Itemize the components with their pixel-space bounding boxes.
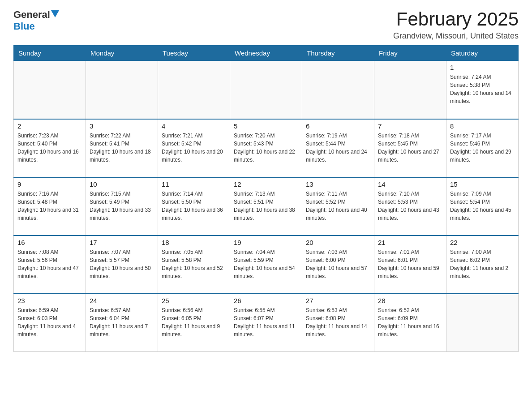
calendar-day-cell: 21Sunrise: 7:01 AMSunset: 6:01 PMDayligh… <box>374 235 446 294</box>
calendar-day-cell: 18Sunrise: 7:05 AMSunset: 5:58 PMDayligh… <box>158 235 230 294</box>
day-info: Sunrise: 7:13 AMSunset: 5:51 PMDaylight:… <box>234 190 298 222</box>
calendar-day-cell <box>302 61 374 119</box>
day-number: 25 <box>162 297 226 304</box>
day-info: Sunrise: 6:56 AMSunset: 6:05 PMDaylight:… <box>162 306 226 338</box>
day-info: Sunrise: 7:04 AMSunset: 5:59 PMDaylight:… <box>234 248 298 280</box>
day-number: 27 <box>306 297 370 304</box>
calendar-week-row: 2Sunrise: 7:23 AMSunset: 5:40 PMDaylight… <box>14 119 519 177</box>
day-number: 3 <box>90 122 154 130</box>
title-section: February 2025 Grandview, Missouri, Unite… <box>393 9 519 41</box>
calendar-day-cell: 2Sunrise: 7:23 AMSunset: 5:40 PMDaylight… <box>14 119 86 177</box>
day-number: 9 <box>17 180 82 188</box>
day-info: Sunrise: 7:15 AMSunset: 5:49 PMDaylight:… <box>90 190 154 222</box>
calendar-day-cell <box>86 61 158 119</box>
day-info: Sunrise: 6:59 AMSunset: 6:03 PMDaylight:… <box>17 306 82 338</box>
day-header-saturday: Saturday <box>446 46 519 61</box>
day-info: Sunrise: 7:10 AMSunset: 5:53 PMDaylight:… <box>378 190 442 222</box>
day-info: Sunrise: 7:19 AMSunset: 5:44 PMDaylight:… <box>306 132 370 164</box>
day-info: Sunrise: 7:23 AMSunset: 5:40 PMDaylight:… <box>17 132 82 164</box>
day-number: 7 <box>378 122 442 130</box>
calendar-week-row: 23Sunrise: 6:59 AMSunset: 6:03 PMDayligh… <box>14 294 519 352</box>
month-title: February 2025 <box>393 9 519 30</box>
calendar-day-cell <box>230 61 302 119</box>
calendar-day-cell: 25Sunrise: 6:56 AMSunset: 6:05 PMDayligh… <box>158 294 230 352</box>
day-header-wednesday: Wednesday <box>230 46 302 61</box>
day-info: Sunrise: 7:17 AMSunset: 5:46 PMDaylight:… <box>450 132 515 164</box>
day-header-monday: Monday <box>86 46 158 61</box>
day-number: 1 <box>450 64 515 71</box>
calendar-week-row: 1Sunrise: 7:24 AMSunset: 5:38 PMDaylight… <box>14 61 519 119</box>
day-info: Sunrise: 7:09 AMSunset: 5:54 PMDaylight:… <box>450 190 515 222</box>
day-info: Sunrise: 7:00 AMSunset: 6:02 PMDaylight:… <box>450 248 515 280</box>
calendar-day-cell: 24Sunrise: 6:57 AMSunset: 6:04 PMDayligh… <box>86 294 158 352</box>
calendar-day-cell: 8Sunrise: 7:17 AMSunset: 5:46 PMDaylight… <box>446 119 519 177</box>
calendar-day-cell: 5Sunrise: 7:20 AMSunset: 5:43 PMDaylight… <box>230 119 302 177</box>
svg-marker-0 <box>51 10 59 17</box>
day-number: 28 <box>378 297 442 304</box>
day-header-sunday: Sunday <box>14 46 86 61</box>
calendar-day-cell: 11Sunrise: 7:14 AMSunset: 5:50 PMDayligh… <box>158 177 230 235</box>
calendar-day-cell: 13Sunrise: 7:11 AMSunset: 5:52 PMDayligh… <box>302 177 374 235</box>
day-info: Sunrise: 7:22 AMSunset: 5:41 PMDaylight:… <box>90 132 154 164</box>
calendar-header-row: SundayMondayTuesdayWednesdayThursdayFrid… <box>14 46 519 61</box>
calendar-day-cell: 26Sunrise: 6:55 AMSunset: 6:07 PMDayligh… <box>230 294 302 352</box>
calendar-day-cell: 15Sunrise: 7:09 AMSunset: 5:54 PMDayligh… <box>446 177 519 235</box>
day-number: 11 <box>162 180 226 188</box>
day-info: Sunrise: 7:05 AMSunset: 5:58 PMDaylight:… <box>162 248 226 280</box>
logo-general-text: General <box>13 9 50 21</box>
calendar-day-cell: 28Sunrise: 6:52 AMSunset: 6:09 PMDayligh… <box>374 294 446 352</box>
day-number: 5 <box>234 122 298 130</box>
day-header-friday: Friday <box>374 46 446 61</box>
calendar-day-cell: 9Sunrise: 7:16 AMSunset: 5:48 PMDaylight… <box>14 177 86 235</box>
day-header-tuesday: Tuesday <box>158 46 230 61</box>
day-info: Sunrise: 7:01 AMSunset: 6:01 PMDaylight:… <box>378 248 442 280</box>
calendar-week-row: 16Sunrise: 7:08 AMSunset: 5:56 PMDayligh… <box>14 235 519 294</box>
day-number: 16 <box>17 239 82 246</box>
day-info: Sunrise: 7:21 AMSunset: 5:42 PMDaylight:… <box>162 132 226 164</box>
day-number: 19 <box>234 239 298 246</box>
day-info: Sunrise: 7:03 AMSunset: 6:00 PMDaylight:… <box>306 248 370 280</box>
day-number: 4 <box>162 122 226 130</box>
day-number: 20 <box>306 239 370 246</box>
day-info: Sunrise: 7:14 AMSunset: 5:50 PMDaylight:… <box>162 190 226 222</box>
calendar-day-cell: 22Sunrise: 7:00 AMSunset: 6:02 PMDayligh… <box>446 235 519 294</box>
day-number: 22 <box>450 239 515 246</box>
calendar-day-cell <box>14 61 86 119</box>
day-number: 15 <box>450 180 515 188</box>
calendar-day-cell: 23Sunrise: 6:59 AMSunset: 6:03 PMDayligh… <box>14 294 86 352</box>
day-info: Sunrise: 7:24 AMSunset: 5:38 PMDaylight:… <box>450 73 515 105</box>
location-title: Grandview, Missouri, United States <box>393 31 519 41</box>
calendar-day-cell: 6Sunrise: 7:19 AMSunset: 5:44 PMDaylight… <box>302 119 374 177</box>
logo-triangle-icon <box>51 10 59 19</box>
calendar-day-cell <box>374 61 446 119</box>
day-info: Sunrise: 7:18 AMSunset: 5:45 PMDaylight:… <box>378 132 442 164</box>
calendar-day-cell: 19Sunrise: 7:04 AMSunset: 5:59 PMDayligh… <box>230 235 302 294</box>
day-number: 6 <box>306 122 370 130</box>
calendar-day-cell: 3Sunrise: 7:22 AMSunset: 5:41 PMDaylight… <box>86 119 158 177</box>
calendar-day-cell <box>158 61 230 119</box>
day-number: 13 <box>306 180 370 188</box>
day-number: 18 <box>162 239 226 246</box>
day-number: 26 <box>234 297 298 304</box>
day-number: 10 <box>90 180 154 188</box>
calendar-day-cell: 14Sunrise: 7:10 AMSunset: 5:53 PMDayligh… <box>374 177 446 235</box>
calendar-day-cell: 10Sunrise: 7:15 AMSunset: 5:49 PMDayligh… <box>86 177 158 235</box>
logo-blue-text: Blue <box>13 21 35 32</box>
day-number: 17 <box>90 239 154 246</box>
day-info: Sunrise: 7:08 AMSunset: 5:56 PMDaylight:… <box>17 248 82 280</box>
day-number: 2 <box>17 122 82 130</box>
day-info: Sunrise: 7:11 AMSunset: 5:52 PMDaylight:… <box>306 190 370 222</box>
day-number: 8 <box>450 122 515 130</box>
day-info: Sunrise: 6:52 AMSunset: 6:09 PMDaylight:… <box>378 306 442 338</box>
day-info: Sunrise: 7:07 AMSunset: 5:57 PMDaylight:… <box>90 248 154 280</box>
day-header-thursday: Thursday <box>302 46 374 61</box>
calendar-day-cell <box>446 294 519 352</box>
calendar-day-cell: 20Sunrise: 7:03 AMSunset: 6:00 PMDayligh… <box>302 235 374 294</box>
calendar-day-cell: 12Sunrise: 7:13 AMSunset: 5:51 PMDayligh… <box>230 177 302 235</box>
calendar-week-row: 9Sunrise: 7:16 AMSunset: 5:48 PMDaylight… <box>14 177 519 235</box>
logo: General Blue <box>13 9 59 32</box>
day-number: 21 <box>378 239 442 246</box>
page-header: General Blue February 2025 Grandview, Mi… <box>13 9 519 41</box>
calendar-table: SundayMondayTuesdayWednesdayThursdayFrid… <box>13 45 519 352</box>
day-info: Sunrise: 7:20 AMSunset: 5:43 PMDaylight:… <box>234 132 298 164</box>
